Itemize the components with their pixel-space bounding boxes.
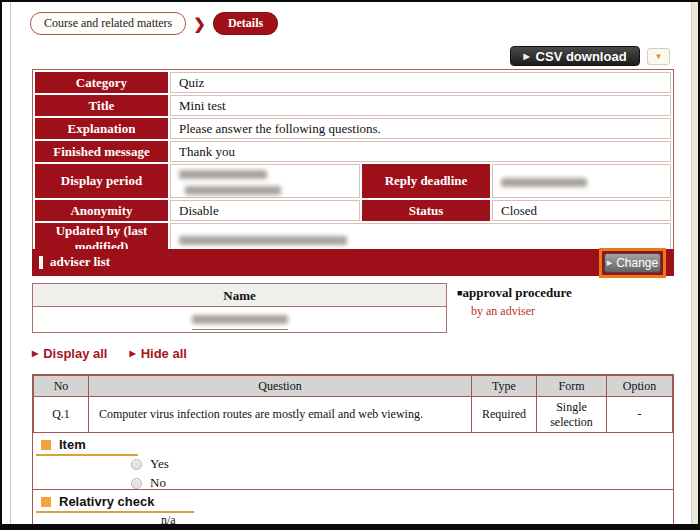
breadcrumb-current-pill: Details (213, 12, 278, 35)
info-label-anonymity: Anonymity (35, 200, 168, 221)
question-table: No Question Type Form Option Q.1 Compute… (33, 375, 673, 433)
adviser-list-header-bar: adviser list (32, 249, 674, 276)
header-question: Question (89, 376, 472, 397)
table-row: Finished message Thank you (35, 141, 671, 162)
hide-all-link[interactable]: ▶ Hide all (129, 346, 186, 361)
relativity-section-title: Relativry check (59, 494, 154, 509)
info-value-anonymity: Disable (170, 200, 360, 221)
info-label-explanation: Explanation (35, 118, 168, 139)
display-all-label: Display all (43, 346, 107, 361)
link-underline (192, 329, 288, 330)
triangle-right-icon: ▶ (32, 349, 38, 358)
triangle-right-icon: ▶ (129, 349, 135, 358)
adviser-name-table: Name (32, 283, 447, 333)
play-icon: ▶ (607, 259, 612, 267)
change-button-label: Change (616, 256, 658, 270)
question-table-header-row: No Question Type Form Option (34, 376, 673, 397)
right-page-strip (691, 2, 698, 524)
redacted-text (185, 186, 281, 195)
info-label-title: Title (35, 95, 168, 116)
section-title-underline (36, 454, 138, 456)
question-text: Computer virus infection routes are most… (89, 397, 472, 433)
change-button-highlight: ▶ Change (599, 248, 666, 278)
table-row: Anonymity Disable Status Closed (35, 200, 671, 221)
csv-download-label: CSV download (536, 49, 627, 64)
info-value-finished-message: Thank you (170, 141, 671, 162)
info-value-reply-deadline-redacted (492, 164, 671, 198)
item-section: Item Yes No (33, 433, 673, 489)
relativity-value: n/a (161, 513, 176, 528)
header-type: Type (472, 376, 537, 397)
item-section-title: Item (59, 437, 86, 452)
play-icon: ▶ (523, 52, 529, 61)
adviser-list-title: adviser list (50, 254, 110, 270)
radio-button-yes[interactable] (131, 459, 142, 470)
redacted-text (501, 178, 587, 187)
info-value-category: Quiz (170, 72, 671, 93)
approval-procedure-block: ■approval procedure by an adviser (457, 285, 572, 319)
info-value-display-period-redacted (170, 164, 360, 198)
header-no: No (34, 376, 89, 397)
info-value-explanation: Please answer the following questions. (170, 118, 671, 139)
table-row: Title Mini test (35, 95, 671, 116)
section-marker-icon (39, 256, 43, 269)
redacted-text (179, 236, 347, 245)
info-label-status: Status (362, 200, 490, 221)
chevron-right-icon: ❯ (193, 15, 206, 33)
adviser-name-cell (33, 307, 446, 332)
hide-all-label: Hide all (141, 346, 187, 361)
csv-download-button[interactable]: ▶ CSV download (510, 46, 640, 66)
relativity-check-section: Relativry check n/a (33, 489, 673, 525)
approval-procedure-title: ■approval procedure (457, 285, 572, 301)
question-row: Q.1 Computer virus infection routes are … (34, 397, 673, 433)
header-option: Option (607, 376, 673, 397)
header-form: Form (537, 376, 607, 397)
question-form: Single selection (537, 397, 607, 433)
redacted-text (192, 315, 288, 324)
radio-button-no[interactable] (131, 478, 142, 489)
info-label-finished-message: Finished message (35, 141, 168, 162)
info-table: Category Quiz Title Mini test Explanatio… (32, 69, 674, 258)
left-border-rule (10, 2, 11, 524)
info-value-title: Mini test (170, 95, 671, 116)
radio-option-yes: Yes (131, 456, 169, 472)
approval-procedure-value: by an adviser (471, 304, 572, 319)
breadcrumb: Course and related matters ❯ Details (30, 12, 278, 35)
csv-dropdown-button[interactable]: ▼ (647, 48, 670, 65)
caret-down-icon: ▼ (655, 52, 663, 61)
name-column-header: Name (33, 284, 446, 307)
table-row: Explanation Please answer the following … (35, 118, 671, 139)
question-no: Q.1 (34, 397, 89, 433)
info-label-category: Category (35, 72, 168, 93)
display-all-link[interactable]: ▶ Display all (32, 346, 107, 361)
info-label-display-period: Display period (35, 164, 168, 198)
question-type: Required (472, 397, 537, 433)
expand-links: ▶ Display all ▶ Hide all (32, 346, 187, 361)
orange-square-bullet-icon (41, 440, 51, 450)
redacted-adviser-link[interactable] (192, 309, 288, 330)
question-option: - (607, 397, 673, 433)
table-row: Display period Reply deadline (35, 164, 671, 198)
orange-square-bullet-icon (41, 497, 51, 507)
question-block: No Question Type Form Option Q.1 Compute… (32, 374, 674, 526)
change-button[interactable]: ▶ Change (604, 253, 661, 273)
info-label-reply-deadline: Reply deadline (362, 164, 490, 198)
approval-procedure-title-text: approval procedure (462, 285, 571, 300)
breadcrumb-parent-pill[interactable]: Course and related matters (30, 12, 186, 35)
radio-label-yes: Yes (150, 456, 169, 472)
page: Course and related matters ❯ Details ▶ C… (0, 0, 700, 530)
redacted-text (179, 170, 267, 179)
table-row: Category Quiz (35, 72, 671, 93)
info-value-status: Closed (492, 200, 671, 221)
